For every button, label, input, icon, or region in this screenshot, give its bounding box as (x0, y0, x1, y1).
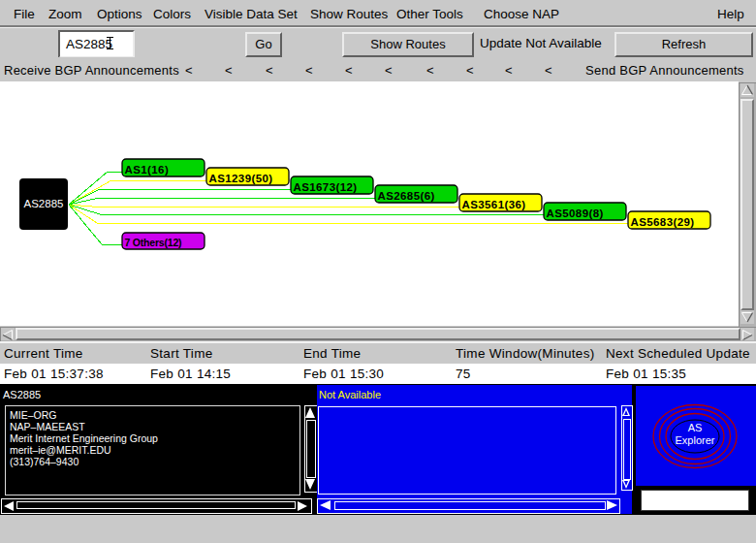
svg-text:AS5683(29): AS5683(29) (631, 216, 695, 228)
svg-text:AS1673(12): AS1673(12) (294, 181, 358, 193)
svg-text:AS3561(36): AS3561(36) (462, 199, 526, 210)
svg-text:Explorer: Explorer (676, 434, 715, 446)
svg-text:AS2685(6): AS2685(6) (378, 190, 435, 202)
svg-text:AS2885: AS2885 (24, 198, 64, 209)
svg-text:AS1239(50): AS1239(50) (209, 173, 273, 184)
svg-text:AS: AS (688, 422, 703, 433)
svg-text:7 Others(12): 7 Others(12) (125, 237, 182, 248)
svg-text:AS5089(8): AS5089(8) (547, 208, 604, 219)
svg-text:AS1(16): AS1(16) (125, 164, 170, 176)
